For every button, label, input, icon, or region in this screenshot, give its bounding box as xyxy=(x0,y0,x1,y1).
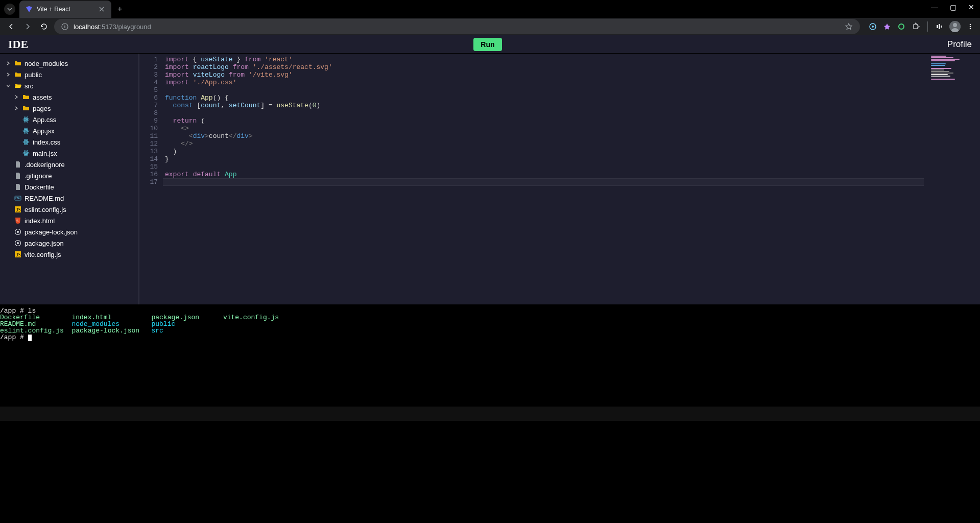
chevron-right-icon[interactable] xyxy=(6,61,11,65)
line-number: 10 xyxy=(139,125,158,132)
forward-button[interactable] xyxy=(21,20,34,33)
tree-spacer xyxy=(6,229,11,235)
back-button[interactable] xyxy=(5,20,17,33)
tree-item-package-lock-json[interactable]: package-lock.json xyxy=(0,226,138,237)
close-icon xyxy=(99,7,104,12)
minimap-line xyxy=(931,73,953,74)
svg-point-10 xyxy=(953,23,957,27)
code-line[interactable]: import reactLogo from './assets/react.sv… xyxy=(165,63,980,71)
minimap-line xyxy=(931,74,948,75)
tree-spacer xyxy=(14,117,19,123)
new-tab-button[interactable]: + xyxy=(117,5,122,14)
tree-item-label: package.json xyxy=(25,240,64,247)
line-number: 1 xyxy=(139,56,158,63)
terminal[interactable]: /app # ls Dockerfile index.html package.… xyxy=(0,304,980,407)
code-line[interactable] xyxy=(165,86,980,94)
tab-close-button[interactable] xyxy=(98,6,105,13)
bookmark-button[interactable] xyxy=(845,22,853,31)
maximize-button[interactable]: ▢ xyxy=(948,3,958,11)
code-line[interactable]: ) xyxy=(165,148,980,155)
tree-item-public[interactable]: public xyxy=(0,69,138,80)
line-number: 12 xyxy=(139,140,158,148)
chevron-down-icon xyxy=(7,7,12,12)
code-editor[interactable]: 1234567891011121314151617 import { useSt… xyxy=(139,54,980,304)
code-line[interactable]: import './App.css' xyxy=(165,79,980,86)
extension-icon-3[interactable] xyxy=(897,22,906,31)
code-line[interactable]: const [count, setCount] = useState(0) xyxy=(165,102,980,109)
profile-link[interactable]: Profile xyxy=(947,39,972,50)
media-control-button[interactable] xyxy=(935,22,944,31)
minimap-line xyxy=(931,57,953,58)
close-window-button[interactable]: ✕ xyxy=(967,3,976,11)
svg-text:JS: JS xyxy=(16,253,21,257)
window-controls: — ▢ ✕ xyxy=(930,3,976,11)
code-line[interactable]: <> xyxy=(165,125,980,132)
chrome-menu-button[interactable] xyxy=(966,22,975,31)
editor-minimap[interactable] xyxy=(929,54,980,304)
code-line[interactable]: function App() { xyxy=(165,94,980,102)
line-number: 13 xyxy=(139,148,158,155)
chevron-right-icon[interactable] xyxy=(14,106,19,110)
line-number: 3 xyxy=(139,71,158,79)
extension-icon-2[interactable] xyxy=(882,22,892,31)
chevron-right-icon[interactable] xyxy=(6,73,11,77)
minimize-button[interactable]: — xyxy=(930,3,939,11)
code-line[interactable]: export default App xyxy=(165,171,980,178)
tree-item--dockerignore[interactable]: .dockerignore xyxy=(0,159,138,170)
tree-item-app-jsx[interactable]: App.jsx xyxy=(0,125,138,136)
browser-tab[interactable]: Vite + React xyxy=(19,1,111,18)
tree-spacer xyxy=(6,252,11,257)
tab-list-dropdown[interactable] xyxy=(4,4,15,15)
reload-button[interactable] xyxy=(38,20,50,33)
file-tree[interactable]: node_modulespublicsrcassetspagesApp.cssA… xyxy=(0,54,139,304)
js-icon: JS xyxy=(14,206,21,213)
tree-item-label: App.jsx xyxy=(33,127,55,135)
arrow-right-icon xyxy=(23,22,32,31)
minimap-line xyxy=(931,62,978,63)
tree-item-src[interactable]: src xyxy=(0,80,138,91)
code-line[interactable] xyxy=(165,109,980,117)
url-bar[interactable]: localhost:5173/playground xyxy=(54,19,860,34)
chevron-down-icon[interactable] xyxy=(6,84,11,88)
site-info-icon[interactable] xyxy=(61,23,68,30)
profile-avatar[interactable] xyxy=(949,21,961,32)
svg-point-13 xyxy=(970,28,971,30)
code-line[interactable]: <div>count</div> xyxy=(165,132,980,140)
extensions-button[interactable] xyxy=(911,22,920,31)
tree-item-vite-config-js[interactable]: JSvite.config.js xyxy=(0,249,138,260)
code-line[interactable]: return ( xyxy=(165,117,980,125)
code-line[interactable]: } xyxy=(165,155,980,163)
folder-icon xyxy=(22,93,30,101)
tree-item-app-css[interactable]: App.css xyxy=(0,114,138,125)
tree-item-pages[interactable]: pages xyxy=(0,103,138,114)
code-line[interactable] xyxy=(165,163,980,171)
star-icon xyxy=(845,22,853,31)
tree-item-readme-md[interactable]: README.md xyxy=(0,193,138,204)
md-icon xyxy=(14,195,21,202)
tree-item-node-modules[interactable]: node_modules xyxy=(0,58,138,69)
line-number: 14 xyxy=(139,155,158,163)
svg-rect-7 xyxy=(939,24,940,29)
tree-item-label: main.jsx xyxy=(33,150,57,157)
line-number: 6 xyxy=(139,94,158,102)
code-line[interactable]: </> xyxy=(165,140,980,148)
tree-item-index-css[interactable]: index.css xyxy=(0,136,138,148)
tree-item-index-html[interactable]: 5index.html xyxy=(0,215,138,226)
svg-point-22 xyxy=(26,141,27,143)
tree-item-package-json[interactable]: package.json xyxy=(0,237,138,249)
line-number: 8 xyxy=(139,109,158,117)
app-logo[interactable]: IDE xyxy=(8,38,28,51)
extension-icon-1[interactable] xyxy=(868,22,877,31)
tree-item-assets[interactable]: assets xyxy=(0,91,138,103)
tree-item-main-jsx[interactable]: main.jsx xyxy=(0,148,138,159)
tree-item-eslint-config-js[interactable]: JSeslint.config.js xyxy=(0,204,138,215)
tree-item--gitignore[interactable]: .gitignore xyxy=(0,170,138,181)
code-line[interactable]: import { useState } from 'react' xyxy=(165,56,980,63)
os-taskbar[interactable] xyxy=(0,407,980,421)
run-button[interactable]: Run xyxy=(473,38,501,51)
code-line[interactable]: import viteLogo from '/vite.svg' xyxy=(165,71,980,79)
minimap-line xyxy=(931,56,946,57)
tree-spacer xyxy=(6,162,11,168)
chevron-right-icon[interactable] xyxy=(14,95,19,99)
tree-item-dockerfile[interactable]: Dockerfile xyxy=(0,181,138,193)
